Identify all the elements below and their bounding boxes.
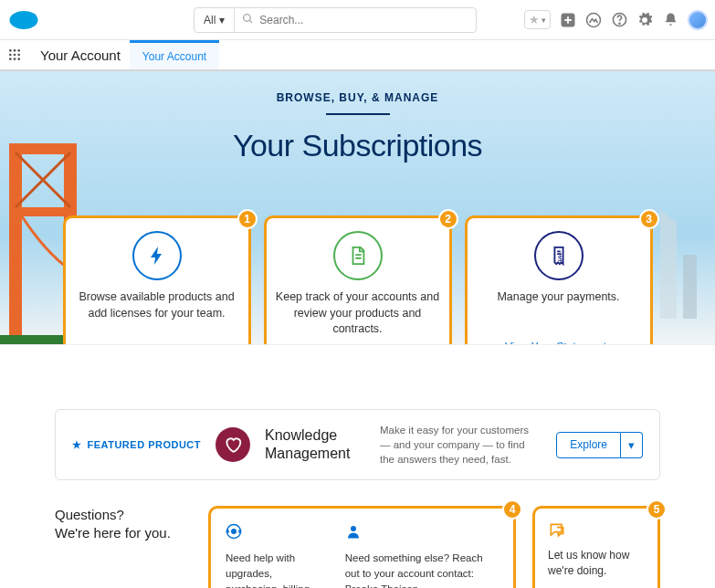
global-search: All ▾: [194, 7, 477, 33]
favorites-button[interactable]: ★ ▾: [524, 10, 551, 29]
featured-label-text: FEATURED PRODUCT: [88, 439, 202, 450]
card-payments: 3 $ Manage your payments. View Your Stat…: [465, 215, 653, 345]
chat-icon: [548, 521, 645, 542]
heart-icon: [216, 427, 250, 462]
badge: 3: [639, 209, 659, 229]
add-button[interactable]: [560, 12, 576, 28]
setup-gear-icon[interactable]: [636, 12, 653, 28]
card-contracts: 2 Keep track of your accounts and review…: [264, 215, 452, 345]
chevron-down-icon: ▾: [542, 16, 546, 25]
chevron-down-icon: ▾: [628, 438, 635, 452]
svg-point-33: [231, 529, 237, 534]
hero-section: BROWSE, BUY, & MANAGE Your Subscriptions…: [0, 71, 715, 345]
svg-text:$: $: [558, 255, 563, 263]
help-row: Questions?We're here for you. 4 Need hel…: [55, 506, 660, 588]
svg-point-8: [618, 23, 619, 24]
svg-point-9: [9, 49, 12, 52]
questions-line2: We're here for you.: [55, 525, 171, 541]
badge: 2: [438, 209, 458, 229]
hero-eyebrow: BROWSE, BUY, & MANAGE: [0, 91, 715, 104]
header-actions: ★ ▾: [524, 10, 708, 30]
document-icon: [333, 231, 383, 280]
tab-your-account[interactable]: Your Account: [130, 40, 219, 69]
feedback-text: Let us know how we're doing.: [548, 548, 645, 579]
svg-point-17: [17, 58, 20, 60]
card-desc: Manage your payments.: [477, 289, 641, 333]
svg-point-10: [14, 49, 16, 52]
card-browse: 1 Browse available products and add lice…: [63, 215, 251, 345]
svg-line-4: [249, 20, 252, 23]
svg-point-2: [24, 12, 37, 22]
questions-line1: Questions?: [55, 507, 124, 522]
svg-point-12: [9, 54, 12, 57]
star-icon: ★: [529, 13, 540, 26]
featured-label: ★ FEATURED PRODUCT: [72, 439, 201, 451]
svg-point-16: [14, 58, 16, 60]
browse-and-buy-button[interactable]: Browse and Buy: [100, 344, 212, 345]
search-input[interactable]: [259, 14, 468, 26]
svg-point-11: [17, 49, 20, 52]
card-desc: Browse available products and add licens…: [75, 289, 239, 333]
help-text: Need help with upgrades, purchasing, bil…: [226, 551, 327, 588]
help-icon[interactable]: [611, 12, 627, 28]
app-nav: Your Account Your Account: [0, 40, 715, 71]
questions-heading: Questions?We're here for you.: [55, 506, 192, 541]
featured-product-desc: Make it easy for your customers — and yo…: [380, 423, 542, 467]
svg-rect-35: [238, 530, 241, 533]
contact-name: Brooke Theisen btheisen@salesforce.com.i…: [345, 582, 499, 588]
star-icon: ★: [72, 439, 82, 451]
person-icon: [345, 523, 499, 544]
invoice-icon: $: [534, 231, 584, 280]
cards-row: 1 Browse available products and add lice…: [0, 215, 715, 345]
explore-dropdown[interactable]: ▾: [621, 432, 643, 458]
svg-point-13: [14, 54, 16, 57]
hero-divider: [326, 113, 390, 115]
app-name: Your Account: [31, 40, 130, 69]
explore-button[interactable]: Explore: [556, 432, 621, 458]
svg-rect-34: [226, 530, 229, 533]
featured-product-name: Knowledge Management: [265, 426, 365, 463]
badge: 4: [502, 499, 522, 520]
svg-point-3: [244, 14, 251, 21]
featured-product-banner: ★ FEATURED PRODUCT Knowledge Management …: [55, 409, 660, 480]
trailhead-icon[interactable]: [585, 12, 602, 28]
support-icon: [226, 523, 327, 544]
svg-rect-20: [9, 143, 77, 154]
tab-label: Your Account: [142, 50, 206, 63]
lightning-icon: [132, 231, 182, 280]
svg-point-15: [9, 58, 12, 60]
explore-button-group: Explore ▾: [556, 432, 643, 458]
svg-point-1: [12, 17, 24, 26]
help-col-support: Need help with upgrades, purchasing, bil…: [226, 523, 327, 588]
badge: 5: [647, 499, 667, 520]
user-avatar[interactable]: [688, 10, 708, 30]
main-content: ★ FEATURED PRODUCT Knowledge Management …: [0, 345, 715, 588]
salesforce-logo[interactable]: [7, 9, 40, 31]
svg-point-14: [17, 54, 20, 57]
app-launcher-icon[interactable]: [5, 40, 24, 69]
card-desc: Keep track of your accounts and review y…: [276, 289, 440, 338]
help-box: 4 Need help with upgrades, purchasing, b…: [208, 506, 516, 588]
feedback-box: 5 Let us know how we're doing. Give Feed…: [532, 506, 660, 588]
search-scope-dropdown[interactable]: All ▾: [195, 8, 235, 32]
notifications-bell-icon[interactable]: [662, 12, 678, 28]
view-statements-link[interactable]: View Your Statements: [477, 341, 641, 345]
help-text: Need something else? Reach out to your a…: [345, 551, 499, 583]
search-scope-label: All: [204, 14, 216, 26]
chevron-down-icon: ▾: [219, 14, 225, 26]
help-col-contact: Need something else? Reach out to your a…: [345, 523, 499, 588]
svg-point-36: [351, 526, 356, 531]
global-header: All ▾ ★ ▾: [0, 0, 715, 40]
badge: 1: [237, 209, 258, 229]
search-icon: [242, 13, 254, 27]
